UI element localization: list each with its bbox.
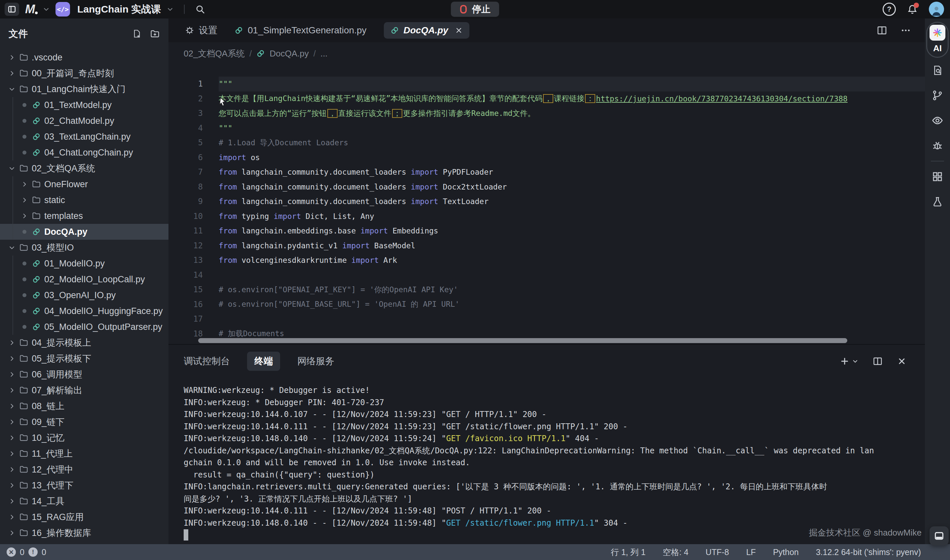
- chevron-right-icon: [7, 355, 17, 362]
- tree-item-02_ChatModel.py[interactable]: 02_ChatModel.py: [0, 113, 168, 129]
- tree-item-01_TextModel.py[interactable]: 01_TextModel.py: [0, 97, 168, 113]
- new-terminal-button[interactable]: [840, 356, 858, 366]
- toggle-panel-button[interactable]: [930, 526, 948, 546]
- bell-icon[interactable]: [907, 4, 918, 14]
- tree-item-06_调用模型[interactable]: 06_调用模型: [0, 366, 168, 382]
- split-editor-icon[interactable]: [877, 25, 887, 35]
- mouse-cursor: [219, 97, 227, 107]
- tree-item-01_LangChain快速入门[interactable]: 01_LangChain快速入门: [0, 81, 168, 97]
- ai-assistant-button[interactable]: AI: [926, 22, 948, 58]
- close-icon[interactable]: [455, 26, 463, 34]
- tree-item-09_链下[interactable]: 09_链下: [0, 414, 168, 430]
- tree-item-03_模型IO[interactable]: 03_模型IO: [0, 240, 168, 255]
- breadcrumb-item[interactable]: ...: [320, 49, 328, 59]
- status-item[interactable]: UTF-8: [705, 548, 729, 557]
- chevron-right-icon: [7, 530, 17, 536]
- tree-item-templates[interactable]: templates: [0, 208, 168, 224]
- tree-item-DocQA.py[interactable]: DocQA.py: [0, 224, 168, 240]
- more-actions-icon[interactable]: [901, 25, 911, 35]
- tree-item-label: 15_RAG应用: [32, 511, 84, 523]
- status-item[interactable]: 行 1, 列 1: [611, 547, 646, 558]
- tree-item-label: 00_开篇词_奇点时刻: [32, 67, 114, 79]
- tree-item-08_链上[interactable]: 08_链上: [0, 398, 168, 414]
- folder-icon: [30, 180, 43, 189]
- chevron-down-icon[interactable]: [167, 6, 173, 12]
- explorer-title: 文件: [9, 28, 132, 41]
- gear-icon: [185, 26, 194, 35]
- tree-item-02_ModelIO_LoopCall.py[interactable]: 02_ModelIO_LoopCall.py: [0, 271, 168, 287]
- marscode-logo[interactable]: M: [25, 2, 37, 16]
- split-terminal-icon[interactable]: [873, 356, 882, 366]
- tree-item-OneFlower[interactable]: OneFlower: [0, 176, 168, 192]
- avatar[interactable]: [929, 2, 944, 17]
- breadcrumb-item[interactable]: DocQA.py: [269, 49, 309, 59]
- code-editor[interactable]: 1"""2本文件是【用LangChain快速构建基于“易速鲜花”本地知识库的智能…: [168, 65, 925, 345]
- warnings-count[interactable]: 0: [42, 548, 46, 557]
- code-text: from langchain_community.document_loader…: [219, 165, 925, 180]
- editor-tab-01_SimpleTextGeneration.py[interactable]: 01_SimpleTextGeneration.py: [234, 25, 366, 35]
- status-item[interactable]: LF: [746, 548, 756, 557]
- tree-item-07_解析输出[interactable]: 07_解析输出: [0, 382, 168, 398]
- help-icon[interactable]: ?: [882, 3, 896, 16]
- tree-item-05_提示模板下[interactable]: 05_提示模板下: [0, 351, 168, 366]
- editor-tab-设置[interactable]: 设置: [185, 24, 217, 37]
- tree-item-label: 06_调用模型: [32, 368, 82, 380]
- breadcrumb[interactable]: 02_文档QA系统/DocQA.py/...: [168, 42, 925, 65]
- eye-icon[interactable]: [925, 108, 950, 133]
- code-line: 7from langchain_community.document_loade…: [168, 165, 925, 180]
- errors-icon[interactable]: ✕: [7, 548, 16, 557]
- tree-item-16_操作数据库[interactable]: 16_操作数据库: [0, 525, 168, 541]
- new-folder-icon[interactable]: [150, 29, 160, 39]
- tree-item-10_记忆[interactable]: 10_记忆: [0, 430, 168, 446]
- tree-item-.vscode[interactable]: .vscode: [0, 49, 168, 65]
- breadcrumb-item[interactable]: 02_文档QA系统: [184, 48, 245, 60]
- tree-item-00_开篇词_奇点时刻[interactable]: 00_开篇词_奇点时刻: [0, 65, 168, 81]
- folder-icon: [17, 53, 31, 62]
- sidebar-toggle-icon[interactable]: [5, 3, 19, 16]
- editor-tab-DocQA.py[interactable]: DocQA.py: [384, 22, 470, 38]
- errors-count[interactable]: 0: [20, 548, 25, 557]
- new-file-icon[interactable]: [132, 29, 142, 39]
- terminal-output[interactable]: WARNING:werkzeug: * Debugger is active!I…: [168, 378, 925, 544]
- tree-item-14_工具[interactable]: 14_工具: [0, 493, 168, 509]
- tree-item-04_ChatLongChain.py[interactable]: 04_ChatLongChain.py: [0, 145, 168, 160]
- tree-item-15_RAG应用[interactable]: 15_RAG应用: [0, 509, 168, 525]
- tree-item-label: 04_ModelIO_HuggingFace.py: [44, 306, 163, 316]
- code-text: from langchain.embeddings.base import Em…: [219, 223, 925, 238]
- tree-item-03_OpenAI_IO.py[interactable]: 03_OpenAI_IO.py: [0, 287, 168, 303]
- warnings-icon[interactable]: !: [28, 548, 38, 557]
- stop-button[interactable]: 停止: [451, 2, 499, 17]
- close-panel-icon[interactable]: [897, 357, 906, 366]
- modified-dot: [19, 325, 30, 329]
- tree-item-01_ModelIO.py[interactable]: 01_ModelIO.py: [0, 255, 168, 271]
- status-item[interactable]: 3.12.2 64-bit ('shims': pyenv): [816, 548, 921, 557]
- tree-item-04_ModelIO_HuggingFace.py[interactable]: 04_ModelIO_HuggingFace.py: [0, 303, 168, 319]
- tree-item-03_TextLangChain.py[interactable]: 03_TextLangChain.py: [0, 129, 168, 145]
- line-number: 4: [168, 123, 219, 133]
- chevron-down-icon[interactable]: [43, 6, 49, 12]
- bug-icon[interactable]: [925, 133, 950, 158]
- panel-tab-网络服务[interactable]: 网络服务: [297, 355, 334, 368]
- extensions-grid-icon[interactable]: [925, 164, 950, 189]
- git-branch-icon[interactable]: [925, 83, 950, 108]
- horizontal-scrollbar[interactable]: [198, 338, 847, 343]
- tree-item-11_代理上[interactable]: 11_代理上: [0, 446, 168, 462]
- tree-item-12_代理中[interactable]: 12_代理中: [0, 462, 168, 477]
- line-number: 17: [168, 314, 219, 324]
- search-icon[interactable]: [195, 4, 205, 14]
- workspace-title[interactable]: LangChain 实战课: [77, 3, 161, 16]
- panel-tab-终端[interactable]: 终端: [247, 352, 280, 371]
- panel-tab-调试控制台[interactable]: 调试控制台: [184, 355, 230, 368]
- tree-item-13_代理下[interactable]: 13_代理下: [0, 477, 168, 493]
- code-line: 3您可以点击最上方的“运行”按钮，直接运行该文件；更多操作指引请参考Readme…: [168, 106, 925, 121]
- file-search-icon[interactable]: [925, 58, 950, 83]
- folder-icon: [17, 243, 31, 252]
- tree-item-05_ModelIO_OutputParser.py[interactable]: 05_ModelIO_OutputParser.py: [0, 319, 168, 335]
- status-item[interactable]: Python: [773, 548, 799, 557]
- tree-item-04_提示模板上[interactable]: 04_提示模板上: [0, 335, 168, 351]
- tree-item-02_文档QA系统[interactable]: 02_文档QA系统: [0, 160, 168, 176]
- tree-item-static[interactable]: static: [0, 192, 168, 208]
- code-line: 11from langchain.embeddings.base import …: [168, 223, 925, 238]
- status-item[interactable]: 空格: 4: [663, 547, 688, 558]
- flask-icon[interactable]: [925, 189, 950, 214]
